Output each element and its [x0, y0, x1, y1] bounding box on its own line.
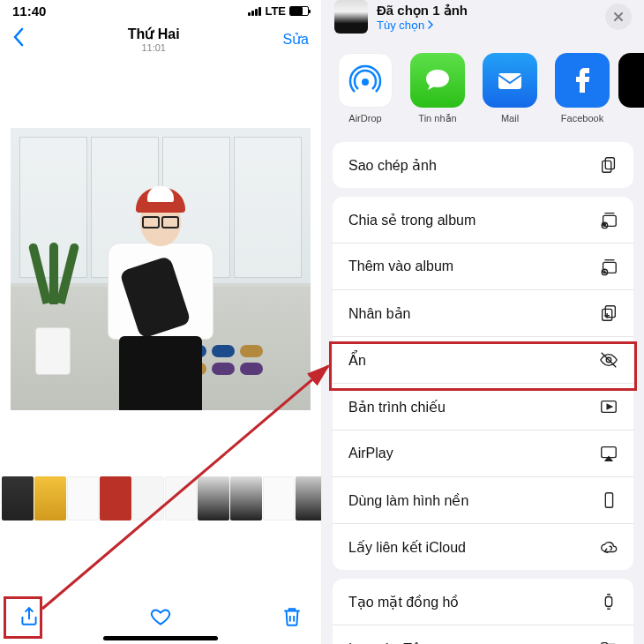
svg-rect-1 — [498, 73, 521, 89]
svg-point-0 — [362, 79, 369, 86]
action-airplay[interactable]: AirPlay — [333, 431, 633, 477]
options-label: Tùy chọn — [377, 19, 424, 32]
airplay-icon — [598, 444, 619, 463]
photo-viewer[interactable] — [0, 62, 321, 476]
edit-button[interactable]: Sửa — [282, 31, 309, 48]
thumbnail[interactable] — [34, 476, 66, 520]
thumbnail[interactable] — [67, 476, 99, 520]
battery-icon — [289, 6, 309, 16]
copy-icon — [598, 155, 619, 175]
heart-icon — [149, 605, 172, 628]
action-group: Tạo mặt đồng hồ Lưu vào Tệp — [333, 579, 633, 644]
app-facebook[interactable]: Facebook — [546, 53, 618, 124]
close-button[interactable] — [605, 4, 632, 30]
bottom-toolbar — [0, 605, 321, 628]
close-icon — [613, 11, 624, 22]
status-right: LTE — [248, 4, 309, 18]
nav-title: Thứ Hai — [25, 26, 282, 42]
sheet-thumbnail — [334, 0, 368, 34]
app-label: AirDrop — [348, 113, 381, 124]
action-label: Tạo mặt đồng hồ — [348, 594, 459, 610]
action-label: Lấy liên kết iCloud — [348, 539, 466, 556]
action-label: AirPlay — [348, 446, 393, 461]
action-save-files[interactable]: Lưu vào Tệp — [333, 625, 633, 644]
action-label: Nhân bản — [348, 305, 411, 322]
share-apps-row[interactable]: AirDrop Tin nhắn Mail Facebook — [322, 41, 644, 133]
airdrop-icon — [338, 53, 393, 108]
nav-subtitle: 11:01 — [25, 42, 282, 53]
action-label: Bản trình chiếu — [348, 399, 446, 416]
app-airdrop[interactable]: AirDrop — [329, 53, 401, 124]
play-icon — [598, 397, 619, 416]
action-label: Lưu vào Tệp — [348, 640, 429, 645]
sheet-header: Đã chọn 1 ảnh Tùy chọn — [322, 0, 644, 41]
action-label: Sao chép ảnh — [348, 157, 437, 174]
status-time: 11:40 — [12, 4, 46, 19]
chevron-left-icon — [12, 27, 25, 47]
back-button[interactable] — [12, 27, 25, 52]
app-mail[interactable]: Mail — [474, 53, 546, 124]
thumbnail[interactable] — [230, 476, 262, 520]
action-label: Dùng làm hình nền — [348, 492, 468, 509]
status-bar: 11:40 LTE — [0, 0, 321, 20]
highlight-hide-action — [329, 341, 637, 391]
phone-icon — [598, 490, 619, 510]
folder-icon — [598, 639, 619, 644]
thumbnail[interactable] — [132, 476, 164, 520]
action-watch-face[interactable]: Tạo mặt đồng hồ — [333, 579, 633, 625]
action-copy-photo[interactable]: Sao chép ảnh — [333, 142, 633, 188]
photo — [11, 128, 311, 410]
svg-rect-2 — [605, 158, 614, 169]
app-label: Tin nhắn — [418, 113, 456, 124]
action-icloud-link[interactable]: Lấy liên kết iCloud — [333, 524, 633, 570]
svg-rect-15 — [605, 597, 611, 607]
duplicate-icon — [598, 303, 619, 323]
action-label: Chia sẻ trong album — [348, 212, 476, 228]
thumbnail[interactable] — [296, 476, 321, 520]
svg-rect-14 — [605, 493, 612, 508]
add-album-icon — [598, 257, 619, 276]
app-partial[interactable] — [618, 53, 644, 124]
photos-app: 11:40 LTE Thứ Hai 11:01 Sửa — [0, 0, 322, 644]
thumbnail-strip[interactable] — [0, 476, 321, 520]
thumbnail[interactable] — [198, 476, 229, 520]
options-button[interactable]: Tùy chọn — [377, 19, 596, 32]
thumbnail[interactable] — [100, 476, 131, 520]
app-icon-partial — [618, 53, 644, 108]
facebook-icon — [555, 53, 610, 108]
watch-icon — [598, 592, 619, 611]
cellular-signal-icon — [248, 7, 261, 16]
action-duplicate[interactable]: Nhân bản — [333, 290, 633, 337]
shared-album-icon — [598, 210, 619, 229]
delete-button[interactable] — [281, 605, 303, 628]
sheet-title: Đã chọn 1 ảnh — [377, 3, 596, 19]
thumbnail[interactable] — [263, 476, 295, 520]
thumbnail[interactable] — [165, 476, 197, 520]
app-label: Facebook — [561, 113, 603, 124]
chevron-right-icon — [426, 20, 435, 29]
action-wallpaper[interactable]: Dùng làm hình nền — [333, 477, 633, 524]
svg-point-6 — [603, 223, 605, 225]
nav-header: Thứ Hai 11:01 Sửa — [0, 20, 321, 62]
highlight-share — [4, 596, 42, 639]
thumbnail[interactable] — [2, 476, 34, 520]
app-label: Mail — [501, 113, 519, 124]
cloud-link-icon — [598, 537, 619, 557]
action-group: Sao chép ảnh — [333, 142, 633, 188]
svg-rect-3 — [603, 161, 611, 172]
favorite-button[interactable] — [149, 605, 172, 628]
messages-icon — [410, 53, 465, 108]
action-add-album[interactable]: Thêm vào album — [333, 243, 633, 290]
action-label: Thêm vào album — [348, 258, 453, 274]
trash-icon — [281, 605, 303, 628]
share-sheet: Đã chọn 1 ảnh Tùy chọn AirDrop — [322, 0, 644, 644]
app-messages[interactable]: Tin nhắn — [401, 53, 474, 124]
action-share-album[interactable]: Chia sẻ trong album — [333, 197, 633, 243]
network-label: LTE — [265, 4, 286, 18]
mail-icon — [483, 53, 537, 108]
home-indicator[interactable] — [103, 636, 218, 640]
